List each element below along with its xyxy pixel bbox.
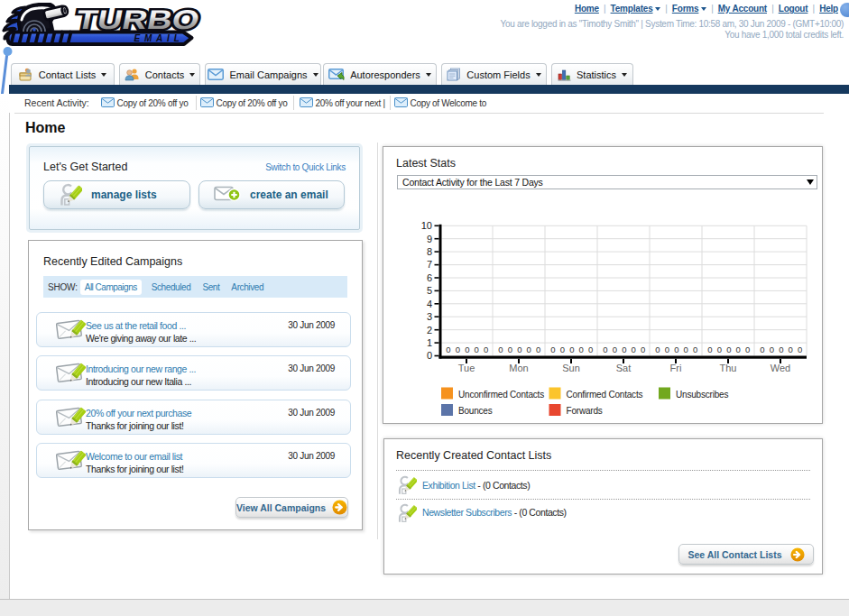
svg-text:0: 0 [508,345,512,354]
svg-text:0: 0 [456,345,460,354]
svg-text:5: 5 [427,285,432,296]
svg-text:0: 0 [536,345,540,354]
svg-text:0: 0 [674,345,678,354]
svg-text:0: 0 [693,345,697,354]
svg-text:0: 0 [770,345,774,354]
svg-text:0: 0 [736,345,741,354]
svg-text:Thu: Thu [720,363,737,373]
svg-text:9: 9 [427,234,432,244]
svg-text:0: 0 [550,345,555,354]
svg-text:0: 0 [560,345,565,354]
svg-text:Tue: Tue [458,363,475,373]
svg-text:8: 8 [427,246,432,257]
svg-text:2: 2 [427,325,432,336]
svg-text:0: 0 [779,345,783,354]
svg-text:0: 0 [726,345,731,354]
svg-text:0: 0 [655,345,660,354]
svg-text:0: 0 [717,345,722,354]
svg-text:0: 0 [613,345,617,354]
svg-text:Forwards: Forwards [567,406,603,416]
svg-text:3: 3 [427,311,432,322]
svg-text:10: 10 [421,220,432,231]
svg-text:0: 0 [465,345,469,354]
svg-text:0: 0 [517,345,521,354]
svg-text:Unsubscribes: Unsubscribes [676,390,728,400]
svg-text:0: 0 [498,345,503,354]
svg-text:4: 4 [427,299,432,309]
svg-text:0: 0 [427,350,432,361]
svg-text:Sat: Sat [616,363,632,373]
svg-text:Bounces: Bounces [458,406,493,416]
svg-text:7: 7 [427,259,432,270]
svg-text:0: 0 [745,345,750,354]
svg-text:0: 0 [527,345,531,354]
svg-text:0: 0 [475,345,479,354]
svg-text:0: 0 [622,345,626,354]
svg-text:Unconfirmed Contacts: Unconfirmed Contacts [458,390,544,400]
svg-text:0: 0 [641,345,645,354]
svg-text:0: 0 [798,345,802,354]
svg-text:0: 0 [665,345,669,354]
svg-text:EMAIL: EMAIL [134,33,183,43]
svg-text:0: 0 [684,345,688,354]
svg-text:Mon: Mon [509,363,528,373]
svg-text:TURBO: TURBO [74,5,202,34]
svg-text:Fri: Fri [670,363,682,373]
svg-text:6: 6 [427,272,432,283]
svg-text:0: 0 [484,345,488,354]
svg-text:0: 0 [588,345,593,354]
svg-text:0: 0 [603,345,607,354]
svg-text:0: 0 [446,345,450,354]
svg-text:0: 0 [569,345,574,354]
svg-text:0: 0 [789,345,793,354]
svg-text:1: 1 [427,337,432,348]
svg-text:Wed: Wed [771,363,790,373]
svg-text:0: 0 [760,345,764,354]
svg-text:Confirmed Contacts: Confirmed Contacts [567,390,643,400]
svg-text:Sun: Sun [562,363,580,373]
svg-text:0: 0 [707,345,712,354]
svg-text:0: 0 [579,345,584,354]
svg-text:0: 0 [632,345,636,354]
